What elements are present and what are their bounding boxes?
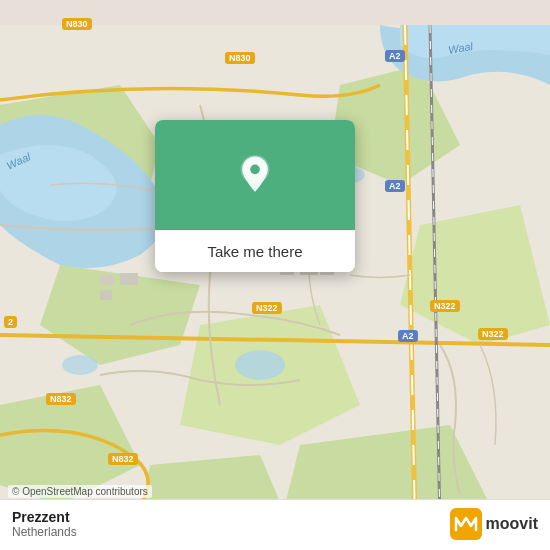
location-pin-icon xyxy=(235,155,275,195)
road-label-n830-2: N830 xyxy=(225,52,255,64)
road-label-a2-1: A2 xyxy=(385,50,405,62)
popup-card: Take me there xyxy=(155,120,355,272)
moovit-logo: moovit xyxy=(450,508,538,540)
svg-rect-33 xyxy=(100,290,112,300)
road-label-2: 2 xyxy=(4,316,17,328)
map-background xyxy=(0,0,550,550)
map-container: Waal Waal N830 N830 A2 A2 A2 N322 N322 N… xyxy=(0,0,550,550)
road-label-n830-1: N830 xyxy=(62,18,92,30)
location-name: Prezzent xyxy=(12,509,77,525)
road-label-n322-2: N322 xyxy=(430,300,460,312)
osm-attribution: © OpenStreetMap contributors xyxy=(8,485,152,498)
popup-map-area xyxy=(155,120,355,230)
road-label-a2-3: A2 xyxy=(398,330,418,342)
svg-point-15 xyxy=(235,350,285,380)
svg-point-16 xyxy=(62,355,98,375)
road-label-n322-1: N322 xyxy=(252,302,282,314)
take-me-there-button[interactable]: Take me there xyxy=(155,230,355,272)
svg-rect-31 xyxy=(100,275,114,285)
svg-rect-32 xyxy=(120,273,138,285)
road-label-a2-2: A2 xyxy=(385,180,405,192)
moovit-text: moovit xyxy=(486,515,538,533)
svg-point-39 xyxy=(250,165,260,175)
road-label-n832-2: N832 xyxy=(108,453,138,465)
location-info: Prezzent Netherlands xyxy=(12,509,77,539)
road-label-n832-1: N832 xyxy=(46,393,76,405)
moovit-icon xyxy=(450,508,482,540)
road-label-n322-3: N322 xyxy=(478,328,508,340)
bottom-bar: Prezzent Netherlands moovit xyxy=(0,499,550,550)
location-country: Netherlands xyxy=(12,525,77,539)
